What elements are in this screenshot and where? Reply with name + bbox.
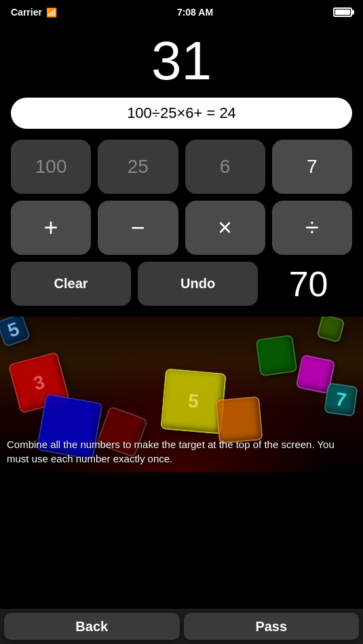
number-button-3[interactable]: 7 xyxy=(272,140,352,194)
carrier-label: Carrier xyxy=(11,7,42,18)
die xyxy=(255,334,297,376)
number-button-0[interactable]: 100 xyxy=(11,140,91,194)
number-button-2[interactable]: 6 xyxy=(185,140,265,194)
pass-button[interactable]: Pass xyxy=(184,613,360,640)
plus-button[interactable]: + xyxy=(11,201,91,255)
action-row: Clear Undo 70 xyxy=(11,262,352,306)
wifi-icon: 📶 xyxy=(46,7,57,18)
expression-display: 100÷25×6+ = 24 xyxy=(11,98,352,129)
multiply-button[interactable]: × xyxy=(185,201,265,255)
minus-button[interactable]: − xyxy=(98,201,178,255)
divide-button[interactable]: ÷ xyxy=(272,201,352,255)
dice-section: 3575 Combine all the numbers to make the… xyxy=(0,317,363,472)
status-left: Carrier 📶 xyxy=(11,7,57,18)
calculator-area: 31 100÷25×6+ = 24 100 25 6 7 + − × ÷ Cle… xyxy=(0,24,363,317)
instruction-text: Combine all the numbers to make the targ… xyxy=(7,437,356,466)
die xyxy=(316,317,345,343)
undo-button[interactable]: Undo xyxy=(138,262,258,306)
status-bar: Carrier 📶 7:08 AM xyxy=(0,0,363,24)
die: 7 xyxy=(324,382,358,417)
back-button[interactable]: Back xyxy=(4,613,180,640)
target-number: 31 xyxy=(11,31,352,91)
operator-row: + − × ÷ xyxy=(11,201,352,255)
bottom-nav: Back Pass xyxy=(0,609,363,644)
remaining-number: 70 xyxy=(265,264,352,304)
time-label: 7:08 AM xyxy=(177,7,213,18)
number-row: 100 25 6 7 xyxy=(11,140,352,194)
die: 5 xyxy=(0,317,31,348)
number-button-1[interactable]: 25 xyxy=(98,140,178,194)
battery-fill xyxy=(335,9,350,15)
battery-icon xyxy=(333,7,352,17)
clear-button[interactable]: Clear xyxy=(11,262,131,306)
